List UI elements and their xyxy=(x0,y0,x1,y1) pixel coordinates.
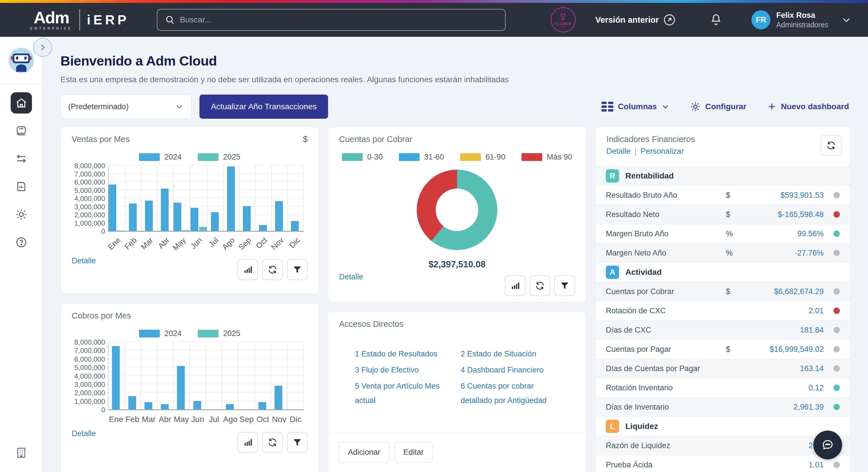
chart-legend: 20242025 xyxy=(72,153,308,162)
chart-type-button[interactable] xyxy=(238,259,258,280)
card-title: Ventas por Mes xyxy=(72,135,130,144)
chart-actions xyxy=(238,259,308,280)
toolbar-right: Columnas Configurar Nuevo dashboard xyxy=(601,101,849,112)
status-dot-red xyxy=(834,211,840,217)
indicator-section-header: RRentabilidad xyxy=(595,166,850,186)
quick-link-6[interactable]: 6 Cuentas por cobrar detallado por Antig… xyxy=(461,379,567,408)
sidebar-item-reports[interactable] xyxy=(11,176,32,197)
adicionar-button[interactable]: Adicionar xyxy=(339,442,390,463)
plus-icon xyxy=(767,102,776,111)
x-axis-label: Dic xyxy=(287,410,304,426)
quick-link-3[interactable]: 3 Flujo de Efectivo xyxy=(355,363,461,377)
new-dashboard-button[interactable]: Nuevo dashboard xyxy=(767,102,849,111)
quick-link-2[interactable]: 2 Estado de Situación xyxy=(461,347,567,361)
x-axis-label: Dic xyxy=(287,232,304,254)
chart-column xyxy=(157,343,174,409)
chart-column xyxy=(224,166,240,231)
detalle-link[interactable]: Detalle xyxy=(607,147,630,156)
dashboard-select[interactable]: (Predeterminado) xyxy=(60,95,191,119)
legend-item[interactable]: 2025 xyxy=(198,153,240,162)
y-axis-tick: 1,000,000 xyxy=(74,219,105,227)
card-title: Cuentas por Cobrar xyxy=(339,135,412,144)
filter-button[interactable] xyxy=(554,275,575,296)
company-logo: FLOWER & Co. xyxy=(551,7,576,32)
sidebar xyxy=(0,37,42,472)
bar-2024 xyxy=(145,201,153,231)
indicator-row: Rotación Inventario0.12 xyxy=(595,378,850,397)
indicator-label: Resultado Bruto Año xyxy=(606,191,726,200)
chat-bubble-icon xyxy=(821,438,834,451)
y-axis-tick: 5,000,000 xyxy=(74,187,105,195)
chart-column xyxy=(142,166,158,231)
user-menu[interactable]: FR Felix Rosa Administradores xyxy=(751,10,851,29)
chart-column xyxy=(141,343,157,409)
book-icon xyxy=(15,125,27,137)
refresh-icon xyxy=(826,140,836,150)
global-search[interactable] xyxy=(157,9,506,31)
bar-chart-icon xyxy=(243,265,253,274)
legend-item[interactable]: 2025 xyxy=(198,329,240,338)
detalle-link[interactable]: Detalle xyxy=(339,272,363,281)
personalizar-link[interactable]: Personalizar xyxy=(641,147,684,156)
y-axis-tick: 1,000,000 xyxy=(74,398,105,406)
previous-version-link[interactable]: Versión anterior xyxy=(595,14,676,26)
legend-label: 2025 xyxy=(223,153,240,162)
legend-label: Más 90 xyxy=(547,153,572,162)
filter-icon xyxy=(292,438,302,447)
filter-icon xyxy=(292,265,302,274)
chart-column xyxy=(222,343,239,409)
x-axis-label: Abr xyxy=(157,410,173,426)
app-header: Adm ENTERPRISE iERP FLOWER & Co. Versión… xyxy=(0,3,868,37)
legend-item[interactable]: Más 90 xyxy=(522,153,572,162)
refresh-button[interactable] xyxy=(821,135,841,156)
legend-item[interactable]: 31-60 xyxy=(399,153,444,162)
sidebar-item-company[interactable] xyxy=(0,447,42,459)
status-dot-red xyxy=(834,308,840,314)
quick-link-4[interactable]: 4 Dashboard Financiero xyxy=(461,363,567,377)
sidebar-expand-button[interactable] xyxy=(33,38,52,57)
filter-button[interactable] xyxy=(287,432,308,453)
card-title: Indicadores Financieros xyxy=(607,135,695,144)
legend-item[interactable]: 2024 xyxy=(139,329,182,338)
filter-button[interactable] xyxy=(287,259,308,280)
columns-button[interactable]: Columnas xyxy=(601,102,670,111)
legend-item[interactable]: 61-90 xyxy=(460,153,505,162)
chart-type-button[interactable] xyxy=(505,275,526,296)
detalle-link[interactable]: Detalle xyxy=(72,257,96,265)
refresh-button[interactable] xyxy=(530,275,550,296)
refresh-button[interactable] xyxy=(262,259,283,280)
x-axis-label: Jun xyxy=(189,410,206,426)
section-label: Rentabilidad xyxy=(625,171,674,180)
editar-button[interactable]: Editar xyxy=(395,442,433,463)
update-year-button[interactable]: Actualizar Año Transacciones xyxy=(199,95,328,119)
chat-button[interactable] xyxy=(813,431,842,459)
bar-2024 xyxy=(174,203,181,231)
indicator-label: Margen Neto Año xyxy=(606,249,726,258)
y-axis-tick: 4,000,000 xyxy=(74,195,105,203)
chevron-down-icon xyxy=(841,15,851,25)
detalle-link[interactable]: Detalle xyxy=(72,429,96,438)
legend-item[interactable]: 2024 xyxy=(139,153,182,162)
sidebar-item-transactions[interactable] xyxy=(11,148,32,169)
quick-link-1[interactable]: 1 Estado de Resultados xyxy=(355,347,461,361)
notifications-button[interactable] xyxy=(709,13,723,27)
bar-2024 xyxy=(177,366,185,409)
bell-icon xyxy=(709,13,723,27)
bar-2024 xyxy=(243,206,251,231)
sidebar-item-settings[interactable] xyxy=(11,204,32,225)
quick-link-5[interactable]: 5 Venta por Artículo Mes actual xyxy=(355,379,461,408)
indicator-label: Cuentas por Cobrar xyxy=(606,287,726,296)
ventas-bar-chart: 01,000,0002,000,0003,000,0004,000,0005,0… xyxy=(72,166,308,254)
dashboard-grid: Ventas por Mes $ 20242025 01,000,0002,00… xyxy=(60,127,868,472)
legend-item[interactable]: 0-30 xyxy=(342,153,383,162)
sidebar-item-catalog[interactable] xyxy=(11,120,32,141)
sidebar-item-home[interactable] xyxy=(11,92,32,113)
chart-type-button[interactable] xyxy=(238,432,258,453)
bar-2025 xyxy=(182,230,190,231)
sidebar-item-help[interactable] xyxy=(11,232,32,253)
configure-button[interactable]: Configurar xyxy=(690,101,746,112)
search-input[interactable] xyxy=(180,15,498,25)
refresh-button[interactable] xyxy=(262,432,283,453)
cuentas-por-cobrar-card: Cuentas por Cobrar 0-3031-6061-90Más 90 … xyxy=(328,127,586,302)
refresh-icon xyxy=(535,280,545,291)
